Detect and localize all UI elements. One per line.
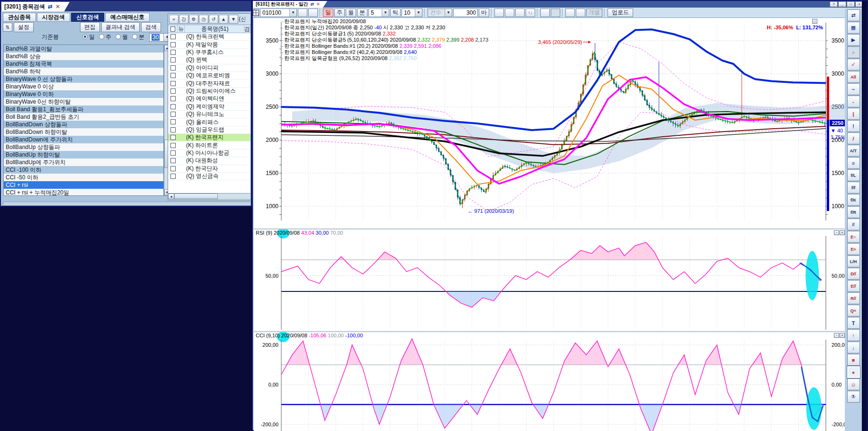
cci-panel[interactable]: 200,00200,000,000,00-200,00-200,00 [254, 332, 847, 431]
rsi-panel[interactable]: 50,0050,00 [254, 229, 847, 331]
stock-hscrollbar[interactable]: ◄ [168, 193, 251, 200]
stock-row[interactable]: (Q) 에이텍티앤 [168, 95, 251, 103]
minute-combo[interactable]: 5 ▼ [368, 9, 389, 17]
condition-item[interactable]: BinaryWave 0 이하 [4, 90, 163, 98]
stock-checkbox[interactable] [170, 65, 176, 70]
stock-row[interactable]: (Q) 케이엠제약 [168, 103, 251, 111]
condition-item[interactable]: Boll Band 활용2_급반등 초기 [4, 113, 163, 121]
fibo-arc-icon[interactable]: f/K [847, 194, 860, 206]
period-button-월[interactable]: 월 [346, 9, 356, 17]
condition-item[interactable]: CCI -100 이하 [4, 166, 163, 174]
signal-line-icon[interactable] [494, 9, 504, 17]
window-button-?[interactable]: ? [830, 1, 838, 7]
pattern-d-icon[interactable]: D// [847, 268, 860, 280]
pattern-r-icon[interactable]: R// [847, 292, 860, 304]
stock-row[interactable]: (Q) 에코프로비엠 [168, 72, 251, 79]
stock-checkbox[interactable] [170, 143, 176, 148]
search-jump-icon[interactable] [308, 9, 318, 17]
swap-icon[interactable]: ⇄ [311, 2, 314, 7]
updown-arrows-icon[interactable]: ↑↓ [526, 9, 535, 17]
stock-checkbox[interactable] [170, 174, 176, 179]
stock-row[interactable]: (Q) 한독크린텍 [168, 33, 251, 41]
stock-row[interactable]: (K) 제일약품 [168, 41, 251, 48]
hscroll-thumb[interactable] [174, 194, 218, 199]
scroll-left-icon[interactable]: ◄ [168, 194, 174, 199]
stock-row[interactable]: (K) 하이트론 [168, 141, 251, 149]
condition-item[interactable]: Band%B 하락 [4, 68, 163, 75]
condition-item[interactable]: CCI -50 이하 [4, 174, 163, 181]
mini-chart-icon[interactable] [565, 9, 575, 17]
chart-grid-icon[interactable]: ▦ [847, 22, 860, 34]
tick-button[interactable]: 틱 [390, 9, 401, 17]
quote-box-icon[interactable]: Q= [847, 305, 860, 317]
period-radio-주[interactable]: 주 [99, 33, 111, 41]
erase-all-icon[interactable]: All [847, 71, 860, 83]
fibo-retracement-icon[interactable]: f/L [847, 169, 860, 181]
diagonal-line-icon[interactable]: / [847, 132, 860, 144]
number-mark-icon[interactable]: ① [847, 391, 860, 403]
upload-button[interactable]: 업로드 [608, 9, 633, 17]
stock-checkbox[interactable] [170, 57, 176, 62]
signal-combo-partial[interactable]: (신 [239, 15, 245, 23]
bar-button[interactable]: 바 [479, 9, 489, 17]
cci-minimize-icon[interactable]: − [834, 333, 839, 338]
text-tool-icon[interactable]: T [847, 317, 860, 329]
parallel-channel-icon[interactable]: // [847, 219, 860, 230]
stock-row[interactable]: (Q) 대주전자재료 [168, 79, 251, 87]
stock-toolbar-icon-0[interactable]: » [169, 15, 179, 24]
horizontal-line-icon[interactable]: - [847, 96, 860, 107]
search-in-results-button[interactable]: 결과내 검색 [101, 22, 140, 32]
period-button-주[interactable]: 주 [334, 9, 345, 17]
stock-toolbar-icon-1[interactable]: 간 [179, 15, 188, 24]
fibo-fan-icon[interactable]: f/f [847, 182, 860, 194]
tick-combo[interactable]: 10 ▼ [402, 9, 422, 17]
window-button-□[interactable]: □ [847, 1, 855, 7]
stock-checkbox[interactable] [170, 150, 176, 156]
stock-row[interactable]: (Q) 올리패스 [168, 118, 251, 126]
sort-icon[interactable]: ⇅ [3, 23, 12, 32]
search-icon[interactable] [298, 9, 307, 17]
stock-checkbox[interactable] [170, 34, 176, 39]
stock-checkbox[interactable] [170, 104, 176, 109]
stock-toolbar-icon-6[interactable]: ▼ [229, 15, 238, 24]
stock-code-combo[interactable]: 010100 ▼ [260, 9, 297, 17]
stock-checkbox[interactable] [170, 127, 176, 132]
period-radio-월[interactable]: 월 [116, 33, 128, 41]
select-all-checkbox[interactable] [170, 26, 175, 32]
smiley-mark-icon[interactable]: ☺ [847, 378, 860, 390]
square-mark-icon[interactable]: ■ [847, 354, 860, 366]
condition-item[interactable]: Band%B 과열이탈 [4, 45, 163, 53]
elliott-wave2-icon[interactable]: E≈ [847, 243, 860, 255]
stock-toolbar-icon-4[interactable]: ↺ [209, 15, 218, 24]
stock-row[interactable]: (Q) 윈텍 [168, 56, 251, 64]
condition-item[interactable]: BollBandUp 상향돌파 [4, 143, 163, 151]
condition-item[interactable]: BinaryWave 0선 하향이탈 [4, 98, 163, 106]
stock-row[interactable]: (Q) 잉글우드랩 [168, 126, 251, 134]
condition-item[interactable]: CCI + rsi + 누적매집20일 [4, 189, 163, 196]
chart-title-tab[interactable]: [6101] 한국프랜지 - 일간 ⇄ ✕ [253, 1, 323, 8]
rsi-minimize-icon[interactable]: − [834, 230, 839, 235]
condition-item[interactable]: BollBandDown 하향이탈 [4, 128, 163, 136]
pane-maximize-icon[interactable]: □ [812, 19, 817, 24]
volume-bars-icon[interactable] [515, 9, 525, 17]
condition-item[interactable]: Boll Band 활용1_횡보추세돌파 [4, 106, 163, 113]
stock-checkbox[interactable] [170, 135, 176, 140]
refresh-swap-icon[interactable]: ⇄ [847, 9, 860, 21]
stock-checkbox[interactable] [170, 96, 176, 101]
multi-lines-icon[interactable]: ≡ [847, 157, 860, 169]
stock-checkbox[interactable] [170, 112, 176, 117]
elliott-wave1-icon[interactable]: E~ [847, 231, 860, 243]
tab-관심종목[interactable]: 관심종목 [3, 13, 36, 22]
condition-item[interactable]: BollBandDown 상향돌파 [4, 121, 163, 128]
chevron-down-icon[interactable]: ▼ [415, 9, 422, 17]
stock-row[interactable]: (K) 한국단자 [168, 165, 251, 173]
swap-icon[interactable]: ⇄ [48, 3, 53, 10]
stock-toolbar-icon-2[interactable]: ⚙ [189, 15, 198, 24]
stock-checkbox[interactable] [170, 158, 176, 163]
pattern-e-icon[interactable]: E// [847, 280, 860, 292]
tab-예스매매신호[interactable]: 예스매매신호 [105, 13, 150, 22]
chevron-down-icon[interactable]: ▼ [382, 9, 389, 17]
close-icon[interactable]: ✕ [316, 2, 320, 7]
period-button-일[interactable]: 일 [323, 9, 333, 17]
cci-close-icon[interactable]: × [840, 333, 845, 338]
